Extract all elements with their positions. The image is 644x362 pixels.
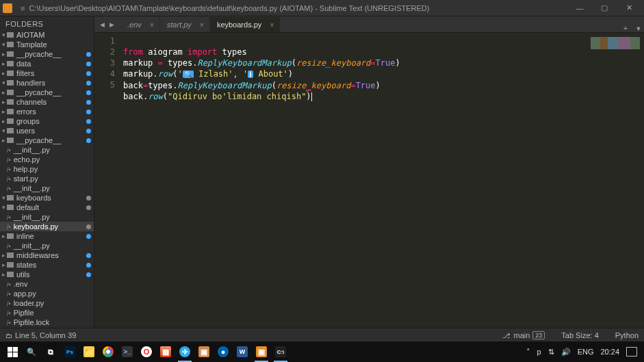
tree-folder[interactable]: ▾keyboards [0, 193, 94, 203]
tree-folder[interactable]: ▸errors [0, 107, 94, 116]
status-dot-icon [86, 253, 91, 258]
taskbar-app-explorer[interactable]: 📁 [79, 341, 99, 362]
status-tabsize[interactable]: Tab Size: 4 [561, 331, 598, 339]
tray-volume-icon[interactable]: 🔊 [561, 348, 571, 357]
tree-label: Tamplate [15, 40, 47, 49]
tree-file[interactable]: keyboards.py [0, 222, 94, 231]
tree-label: .env [12, 280, 28, 288]
tree-folder[interactable]: ▸channels [0, 97, 94, 107]
tree-folder[interactable]: ▸data [0, 59, 94, 68]
minimize-button[interactable]: — [567, 4, 592, 12]
tree-file[interactable]: __init__.py [0, 183, 94, 193]
taskbar-app-terminal[interactable]: >_ [118, 341, 137, 362]
tree-folder[interactable]: ▸middlewares [0, 250, 94, 260]
hamburger-icon[interactable]: ≡ [21, 4, 25, 12]
nav-forward-icon[interactable]: ▶ [107, 21, 116, 28]
tree-folder[interactable]: ▸groups [0, 116, 94, 126]
taskbar-app-chrome[interactable] [99, 341, 118, 362]
folder-icon [7, 253, 14, 258]
tree-folder[interactable]: ▾handlers [0, 78, 94, 88]
start-button[interactable] [3, 341, 22, 362]
tree-file[interactable]: echo.py [0, 155, 94, 164]
system-tray[interactable]: ˄ р ⇅ 🔊 ENG 20:24 [526, 347, 638, 357]
folder-icon [7, 70, 14, 76]
tree-folder[interactable]: ▸states [0, 260, 94, 270]
taskbar-app-cmd[interactable]: C:\ [271, 341, 290, 362]
tray-lang-short[interactable]: р [537, 348, 541, 356]
tree-folder[interactable]: ▾users [0, 126, 94, 135]
file-icon [7, 174, 12, 183]
tree-file[interactable]: .env [0, 279, 94, 289]
tree-label: data [15, 60, 31, 68]
tree-file[interactable]: loader.py [0, 298, 94, 308]
taskbar-app-word[interactable]: W [233, 341, 252, 362]
disclosure-icon: ▸ [0, 252, 7, 259]
code-area[interactable]: 12345 from aiogram import types markup =… [94, 33, 644, 328]
tray-wifi-icon[interactable]: ⇅ [548, 348, 554, 357]
status-language[interactable]: Python [615, 331, 639, 339]
close-button[interactable]: ✕ [617, 3, 641, 12]
tree-label: groups [15, 117, 40, 125]
tab[interactable]: start.py× [160, 17, 210, 32]
tree-file[interactable]: app.py [0, 289, 94, 298]
tree-folder[interactable]: ▾AIOTAM [0, 30, 94, 40]
tree-folder[interactable]: ▸inline [0, 231, 94, 241]
status-branch[interactable]: main 23 [502, 331, 545, 339]
new-tab-button[interactable]: + [618, 24, 633, 32]
tree-label: Pipfile.lock [12, 318, 50, 326]
tree-folder[interactable]: ▾default [0, 203, 94, 212]
taskbar-app-office[interactable]: ▦ [156, 341, 175, 362]
folder-status-icon[interactable] [5, 331, 15, 339]
tree-folder[interactable]: ▸__pycache__ [0, 49, 94, 59]
tab[interactable]: keyboards.py× [210, 17, 280, 32]
minimap[interactable] [591, 37, 640, 49]
status-dot-icon [86, 81, 91, 86]
tab-close-icon[interactable]: × [270, 21, 274, 29]
tab-close-icon[interactable]: × [150, 21, 154, 29]
tree-label: errors [15, 107, 36, 116]
folder-icon [7, 32, 14, 38]
taskbar-app-sublime[interactable]: ▣ [252, 341, 271, 362]
text-cursor [311, 92, 312, 101]
tree-folder[interactable]: ▸filters [0, 68, 94, 78]
disclosure-icon: ▾ [0, 41, 7, 48]
tab-close-icon[interactable]: × [200, 21, 204, 29]
nav-back-icon[interactable]: ◀ [97, 21, 107, 28]
task-view-icon[interactable]: ⧉ [41, 341, 60, 362]
tree-label: users [15, 127, 35, 135]
tree-file[interactable]: start.py [0, 174, 94, 183]
tray-chevron-icon[interactable]: ˄ [526, 348, 530, 357]
titlebar: ≡ C:\Users\User\Desktop\AIOTAM\Tamplate\… [0, 0, 644, 16]
tree-folder[interactable]: ▸utils [0, 270, 94, 279]
folder-icon [7, 262, 14, 268]
tree-label: __init__.py [12, 242, 50, 250]
taskbar-app-photoshop[interactable]: Ps [60, 341, 79, 362]
file-icon [7, 299, 12, 307]
file-icon [7, 213, 12, 221]
tree-folder[interactable]: ▸__pycache__ [0, 135, 94, 145]
taskbar-search-icon[interactable]: 🔍 [22, 341, 41, 362]
tray-clock[interactable]: 20:24 [600, 348, 619, 356]
tab[interactable]: .env× [120, 17, 160, 32]
taskbar-app-telegram[interactable]: ✈ [175, 341, 194, 362]
folder-tree[interactable]: ▾AIOTAM▾Tamplate▸__pycache__▸data▸filter… [0, 30, 94, 328]
taskbar-app-opera[interactable]: O [137, 341, 156, 362]
tree-file[interactable]: __init__.py [0, 212, 94, 222]
tree-folder[interactable]: ▸__pycache__ [0, 88, 94, 97]
tree-file[interactable]: __init__.py [0, 241, 94, 250]
taskbar-app-generic-1[interactable]: ▣ [194, 341, 214, 362]
tree-file[interactable]: Pipfile.lock [0, 318, 94, 327]
tree-file[interactable]: requirements.txt [0, 327, 94, 328]
notifications-icon[interactable] [626, 347, 637, 357]
code-content[interactable]: from aiogram import types markup = types… [120, 33, 644, 328]
tab-dropdown-icon[interactable]: ▼ [633, 25, 644, 32]
tray-lang[interactable]: ENG [578, 348, 594, 356]
taskbar-app-generic-2[interactable]: ● [214, 341, 233, 362]
tree-file[interactable]: Pipfile [0, 308, 94, 318]
status-line-col[interactable]: Line 5, Column 39 [15, 331, 76, 339]
maximize-button[interactable]: ▢ [592, 3, 617, 12]
tree-folder[interactable]: ▾Tamplate [0, 40, 94, 49]
tree-file[interactable]: help.py [0, 164, 94, 174]
tree-file[interactable]: __init__.py [0, 145, 94, 155]
disclosure-icon: ▸ [0, 60, 7, 67]
